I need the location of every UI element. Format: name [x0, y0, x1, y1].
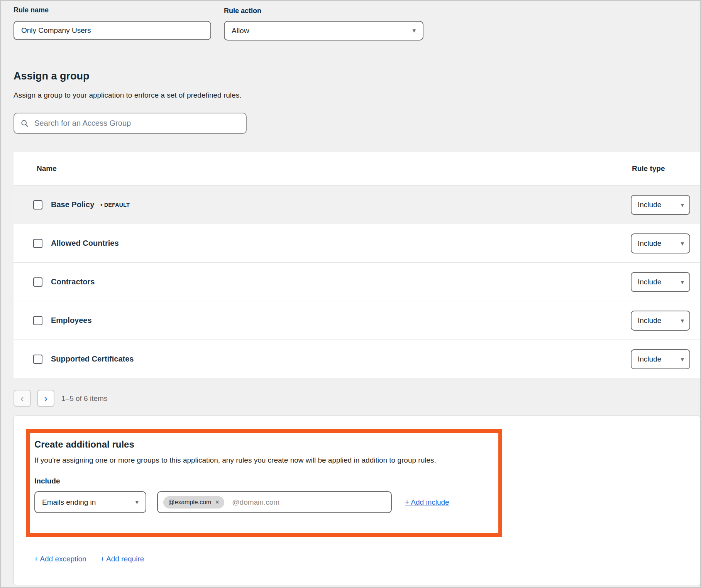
- assign-group-description: Assign a group to your application to en…: [14, 91, 241, 100]
- add-exception-link[interactable]: + Add exception: [34, 555, 86, 563]
- chevron-right-icon: ›: [44, 393, 47, 404]
- rule-type-value: Include: [638, 355, 661, 363]
- rule-type-value: Include: [638, 278, 661, 286]
- group-name: Supported Certificates: [51, 355, 134, 363]
- rule-type-value: Include: [638, 239, 661, 248]
- table-header: Name Rule type: [14, 152, 700, 185]
- access-group-table: Name Rule type Base Policy • DEFAULT Inc…: [14, 152, 700, 378]
- row-checkbox[interactable]: [33, 239, 42, 248]
- rule-action-value: Allow: [232, 27, 249, 35]
- group-name: Base Policy: [51, 200, 94, 209]
- domain-text-input[interactable]: [232, 498, 386, 507]
- rule-action-dropdown[interactable]: Allow ▾: [224, 21, 423, 41]
- table-row: Contractors Include ▾: [14, 262, 700, 301]
- chevron-down-icon: ▾: [412, 27, 416, 34]
- chevron-down-icon: ▾: [681, 202, 684, 208]
- column-header-rule-type: Rule type: [632, 164, 665, 173]
- group-name: Contractors: [51, 277, 95, 286]
- additional-rules-description: If you're assigning one or more groups t…: [34, 456, 491, 465]
- chevron-down-icon: ▾: [135, 499, 139, 505]
- column-header-name: Name: [37, 164, 57, 173]
- rule-action-label: Rule action: [224, 7, 261, 15]
- previous-page-button[interactable]: ‹: [14, 390, 31, 407]
- include-section-label: Include: [34, 477, 491, 485]
- email-domain-input[interactable]: @example.com ✕: [157, 491, 392, 513]
- include-rule-row: Emails ending in ▾ @example.com ✕ + Add …: [34, 491, 491, 513]
- additional-rules-title: Create additional rules: [34, 439, 491, 450]
- chevron-down-icon: ▾: [681, 318, 684, 324]
- condition-value: Emails ending in: [42, 498, 96, 507]
- rule-type-dropdown[interactable]: Include ▾: [631, 272, 690, 292]
- rule-type-value: Include: [638, 201, 661, 209]
- rule-action-links: + Add exception + Add require: [34, 555, 144, 563]
- chevron-left-icon: ‹: [20, 393, 24, 404]
- pagination-label: 1–5 of 6 items: [61, 394, 107, 403]
- tag-label: @example.com: [168, 499, 211, 506]
- row-checkbox[interactable]: [33, 200, 42, 210]
- search-icon: [20, 119, 29, 128]
- add-require-link[interactable]: + Add require: [100, 555, 144, 563]
- chevron-down-icon: ▾: [681, 279, 684, 286]
- email-domain-tag: @example.com ✕: [163, 496, 224, 509]
- chevron-down-icon: ▾: [681, 240, 684, 247]
- chevron-down-icon: ▾: [681, 356, 684, 363]
- row-checkbox[interactable]: [33, 355, 42, 364]
- default-badge: • DEFAULT: [100, 202, 130, 208]
- row-checkbox[interactable]: [33, 316, 42, 325]
- assign-group-title: Assign a group: [14, 70, 90, 82]
- table-row: Base Policy • DEFAULT Include ▾: [14, 185, 700, 224]
- table-row: Supported Certificates Include ▾: [14, 340, 700, 378]
- rule-name-label: Rule name: [14, 6, 49, 14]
- table-row: Employees Include ▾: [14, 301, 700, 340]
- rule-type-dropdown[interactable]: Include ▾: [631, 311, 690, 331]
- next-page-button[interactable]: ›: [37, 390, 54, 407]
- annotation-highlight-box: Create additional rules If you're assign…: [26, 429, 502, 537]
- access-group-search[interactable]: [14, 113, 247, 134]
- condition-dropdown[interactable]: Emails ending in ▾: [34, 491, 146, 513]
- rule-name-input[interactable]: [14, 21, 211, 40]
- pagination: ‹ › 1–5 of 6 items: [14, 390, 107, 407]
- access-rule-page: Rule name Rule action Allow ▾ Assign a g…: [0, 0, 701, 588]
- add-include-link[interactable]: + Add include: [405, 498, 449, 507]
- additional-rules-card: Create additional rules If you're assign…: [14, 416, 700, 585]
- rule-type-dropdown[interactable]: Include ▾: [631, 349, 690, 369]
- table-row: Allowed Countries Include ▾: [14, 224, 700, 262]
- search-input[interactable]: [34, 119, 240, 128]
- rule-type-dropdown[interactable]: Include ▾: [631, 195, 690, 215]
- row-checkbox[interactable]: [33, 277, 42, 287]
- rule-type-value: Include: [638, 316, 661, 325]
- remove-tag-icon[interactable]: ✕: [215, 499, 219, 505]
- group-name: Employees: [51, 316, 92, 325]
- rule-type-dropdown[interactable]: Include ▾: [631, 233, 690, 253]
- group-name: Allowed Countries: [51, 239, 119, 248]
